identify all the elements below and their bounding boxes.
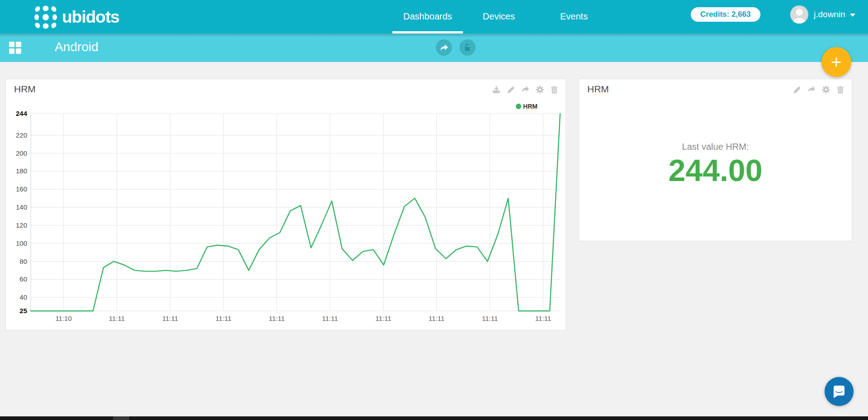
nav-tab-devices[interactable]: Devices: [467, 0, 530, 33]
y-axis-tick-label: 244: [16, 110, 28, 117]
x-axis-tick-label: 11:10: [55, 315, 71, 322]
last-value-number: 244.00: [579, 153, 852, 188]
y-axis-tick-label: 100: [16, 239, 27, 247]
dashboards-grid-icon[interactable]: [9, 42, 21, 53]
username-label: j.downin: [814, 10, 845, 19]
dashboard-title: Android: [55, 40, 99, 54]
value-widget-toolbar: [793, 86, 844, 94]
hrm-last-value-widget: HRM Last value HRM: 244.00: [579, 79, 852, 241]
y-axis-tick-label: 40: [19, 293, 27, 301]
lock-dashboard-button[interactable]: [459, 39, 476, 56]
widget-title: HRM: [587, 84, 609, 95]
y-axis-tick-label: 220: [16, 131, 27, 139]
nav-tab-dashboards[interactable]: Dashboards: [388, 0, 467, 33]
ubidots-logo[interactable]: ubidots: [33, 5, 119, 29]
user-menu[interactable]: j.downin: [790, 5, 855, 24]
chat-bubble-icon: [832, 385, 846, 398]
ubidots-logo-icon: [33, 5, 58, 29]
y-axis-tick-label: 120: [16, 221, 27, 229]
x-axis-tick-label: 11:11: [162, 315, 178, 322]
y-axis-tick-label: 140: [16, 203, 27, 211]
x-axis-tick-label: 11:11: [322, 315, 338, 322]
unlock-icon: [463, 43, 472, 52]
top-navbar: ubidots Dashboards Devices Events Credit…: [0, 0, 868, 33]
chevron-down-icon: [850, 14, 855, 17]
share-icon[interactable]: [807, 86, 816, 94]
nav-tab-events[interactable]: Events: [545, 0, 603, 33]
x-axis-tick-label: 11:11: [375, 315, 391, 322]
x-axis-tick-label: 11:11: [535, 315, 551, 322]
dashboard-subheader: [0, 33, 868, 62]
y-axis-tick-label: 160: [16, 185, 27, 193]
settings-icon[interactable]: [822, 86, 830, 94]
bottom-edge-bar: [0, 416, 868, 420]
x-axis-tick-label: 11:11: [482, 315, 498, 322]
x-axis-tick-label: 11:11: [429, 315, 444, 322]
hrm-line-chart[interactable]: 11:1011:1111:1111:1111:1111:1111:1111:11…: [6, 79, 566, 330]
chat-launcher-button[interactable]: [825, 377, 854, 406]
hrm-chart-widget: HRM HRM 11:1011:1111:1111:1111:1111:1111…: [5, 79, 566, 330]
share-icon: [440, 44, 448, 52]
delete-icon[interactable]: [836, 86, 844, 94]
y-axis-tick-label: 180: [16, 167, 27, 175]
add-widget-button[interactable]: +: [821, 47, 851, 77]
hrm-series-line: [31, 114, 560, 311]
user-silhouette-icon: [790, 5, 808, 24]
y-axis-tick-label: 200: [16, 149, 27, 157]
x-axis-tick-label: 11:11: [216, 315, 231, 322]
logo-wordmark: ubidots: [62, 5, 119, 29]
x-axis-tick-label: 11:11: [109, 315, 125, 322]
main-nav: Dashboards Devices Events: [388, 0, 603, 33]
x-axis-tick-label: 11:11: [269, 315, 284, 322]
y-axis-tick-label: 80: [19, 258, 27, 265]
y-axis-tick-label: 60: [19, 275, 27, 283]
edit-icon[interactable]: [793, 86, 801, 94]
credits-badge[interactable]: Credits: 2,663: [691, 7, 760, 22]
last-value-label: Last value HRM:: [579, 142, 852, 152]
avatar: [790, 5, 808, 24]
share-dashboard-button[interactable]: [436, 39, 452, 56]
y-axis-tick-label: 25: [19, 307, 27, 315]
